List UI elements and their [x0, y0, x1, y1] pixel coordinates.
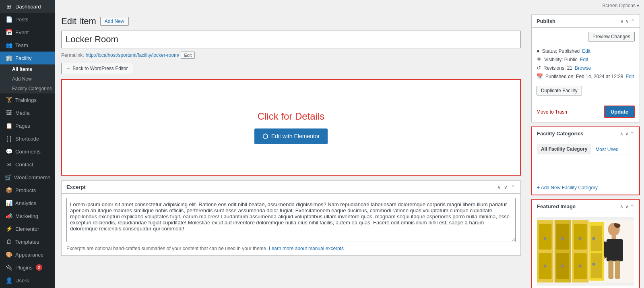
- status-icon: ●: [537, 48, 540, 54]
- publish-collapse-up-button[interactable]: ∧: [620, 19, 624, 24]
- excerpt-learn-more-link[interactable]: Learn more about manual excerpts: [269, 246, 344, 251]
- sidebar-item-appearance[interactable]: 🎨 Appearance: [0, 248, 55, 261]
- dashboard-icon: ⊞: [5, 3, 13, 10]
- publish-panel-header: Publish ∧ ∨ ⌃: [532, 15, 640, 28]
- pages-icon: 📋: [5, 122, 13, 129]
- add-new-facility-category-link[interactable]: + Add New Facility Category: [537, 185, 634, 191]
- svg-point-9: [579, 237, 582, 240]
- svg-point-29: [592, 237, 595, 240]
- preview-changes-button[interactable]: Preview Changes: [588, 32, 635, 41]
- plugins-icon: 🔌: [5, 264, 13, 271]
- excerpt-collapse-down-button[interactable]: ∨: [503, 184, 508, 190]
- sidebar-item-woocommerce[interactable]: 🛒 WooCommerce: [0, 171, 55, 184]
- add-new-button[interactable]: Add New: [100, 17, 129, 26]
- most-used-tab[interactable]: Most Used: [591, 144, 622, 155]
- svg-rect-28: [591, 253, 602, 278]
- edit-with-elementor-button[interactable]: ⬡ Edit with Elementor: [254, 128, 328, 144]
- sidebar-item-media[interactable]: 🖼 Media: [0, 106, 55, 119]
- team-icon: 👥: [5, 42, 13, 48]
- excerpt-body: Lorem ipsum dolor sit amet consectetur a…: [62, 194, 520, 255]
- analytics-icon: 📊: [5, 200, 13, 206]
- status-row: ● Status: Published Edit: [537, 48, 635, 54]
- post-title-input[interactable]: [61, 31, 521, 48]
- submenu-all-items[interactable]: All Items: [0, 64, 55, 74]
- page-title: Edit Item: [61, 16, 96, 27]
- featured-img-collapse-up-button[interactable]: ∧: [620, 204, 623, 209]
- sidebar-item-products[interactable]: 📦 Products: [0, 184, 55, 197]
- back-to-wp-editor-button[interactable]: ← Back to WordPress Editor: [61, 63, 133, 74]
- facility-submenu: All Items Add New Facility Categories: [0, 64, 55, 93]
- publish-toggle-button[interactable]: ⌃: [631, 19, 635, 24]
- all-facility-category-tab[interactable]: All Facility Category: [537, 144, 591, 155]
- contact-icon: ✉: [5, 161, 13, 168]
- sidebar-item-trainings[interactable]: 🏋 Trainings: [0, 93, 55, 106]
- featured-img-toggle-button[interactable]: ⌃: [630, 204, 634, 209]
- category-list: [537, 158, 634, 182]
- move-to-trash-link[interactable]: Move to Trash: [537, 109, 567, 115]
- facility-categories-controls: ∧ ∨ ⌃: [620, 131, 634, 137]
- excerpt-toggle-button[interactable]: ⌃: [510, 184, 516, 190]
- sidebar-item-pages[interactable]: 📋 Pages: [0, 119, 55, 132]
- trainings-icon: 🏋: [5, 97, 13, 103]
- svg-rect-21: [607, 239, 623, 261]
- sidebar: ⊞ Dashboard 📄 Posts 📅 Event 👥 Team 🏢 Fac…: [0, 0, 55, 288]
- visibility-row: 👁 Visibility: Public Edit: [537, 56, 635, 62]
- elementor-icon: ⚡: [5, 226, 13, 232]
- svg-rect-25: [615, 261, 620, 279]
- revisions-browse-link[interactable]: Browse: [575, 65, 591, 71]
- sidebar-item-comments[interactable]: 💬 Comments: [0, 145, 55, 158]
- sidebar-item-elementor[interactable]: ⚡ Elementor: [0, 222, 55, 235]
- excerpt-header: Excerpt ∧ ∨ ⌃: [62, 181, 520, 194]
- screen-options-button[interactable]: Screen Options ▾: [602, 3, 639, 8]
- svg-point-14: [561, 265, 564, 267]
- facility-cat-collapse-down-button[interactable]: ∨: [625, 131, 629, 137]
- revisions-icon: ↺: [537, 65, 541, 71]
- svg-rect-6: [574, 224, 587, 250]
- visibility-edit-link[interactable]: Edit: [580, 57, 588, 62]
- published-edit-link[interactable]: Edit: [625, 74, 634, 79]
- sidebar-item-event[interactable]: 📅 Event: [0, 26, 55, 39]
- excerpt-box: Excerpt ∧ ∨ ⌃ Lorem ipsum dolor sit amet…: [61, 180, 521, 256]
- submenu-add-new[interactable]: Add New: [0, 74, 55, 84]
- details-box: Click for Details ⬡ Edit with Elementor: [61, 79, 521, 176]
- submenu-facility-categories[interactable]: Facility Categories: [0, 84, 55, 93]
- publish-collapse-down-button[interactable]: ∨: [625, 19, 629, 24]
- media-icon: 🖼: [5, 110, 13, 116]
- sidebar-item-marketing[interactable]: 📣 Marketing: [0, 209, 55, 222]
- click-for-details-label: Click for Details: [258, 111, 325, 122]
- sidebar-item-shortcode[interactable]: [ ] Shortcode: [0, 132, 55, 145]
- featured-image-svg: [537, 217, 634, 286]
- users-icon: 👤: [5, 277, 13, 284]
- sidebar-item-users[interactable]: 👤 Users: [0, 274, 55, 287]
- sidebar-item-team[interactable]: 👥 Team: [0, 39, 55, 52]
- facility-cat-collapse-up-button[interactable]: ∧: [620, 131, 623, 137]
- sidebar-item-templates[interactable]: 🗒 Templates: [0, 235, 55, 248]
- facility-icon: 🏢: [5, 55, 13, 61]
- sidebar-item-posts[interactable]: 📄 Posts: [0, 13, 55, 26]
- sidebar-item-dashboard[interactable]: ⊞ Dashboard: [0, 0, 55, 13]
- page-title-row: Edit Item Add New: [61, 16, 521, 27]
- sidebar-item-contact[interactable]: ✉ Contact: [0, 158, 55, 171]
- permalink-edit-button[interactable]: Edit: [181, 52, 195, 59]
- update-button[interactable]: Update: [604, 106, 635, 118]
- status-edit-link[interactable]: Edit: [582, 48, 590, 54]
- category-tabs: All Facility Category Most Used: [537, 144, 634, 155]
- duplicate-facility-button[interactable]: Duplicate Facility: [537, 86, 582, 95]
- featured-image-body: Click the image to edit or update Remove…: [532, 213, 639, 288]
- excerpt-textarea[interactable]: Lorem ipsum dolor sit amet consectetur a…: [66, 198, 516, 242]
- sidebar-item-facility[interactable]: 🏢 Facility: [0, 52, 55, 64]
- publish-panel: Publish ∧ ∨ ⌃ Preview Changes ● Status: …: [531, 15, 640, 122]
- facility-cat-toggle-button[interactable]: ⌃: [630, 131, 634, 137]
- svg-rect-24: [608, 261, 613, 279]
- featured-image-controls: ∧ ∨ ⌃: [620, 204, 634, 209]
- permalink-url[interactable]: http://localhost/sportsmi/facility/locke…: [86, 52, 180, 58]
- featured-img-collapse-down-button[interactable]: ∨: [625, 204, 629, 209]
- sidebar-item-analytics[interactable]: 📊 Analytics: [0, 197, 55, 209]
- sidebar-item-plugins[interactable]: 🔌 Plugins 2: [0, 261, 55, 274]
- posts-icon: 📄: [5, 16, 13, 23]
- excerpt-controls: ∧ ∨ ⌃: [496, 184, 516, 190]
- calendar-icon: 📅: [537, 73, 543, 79]
- plugins-badge: 2: [36, 264, 42, 271]
- featured-image-container[interactable]: [537, 217, 634, 286]
- excerpt-collapse-up-button[interactable]: ∧: [496, 184, 502, 190]
